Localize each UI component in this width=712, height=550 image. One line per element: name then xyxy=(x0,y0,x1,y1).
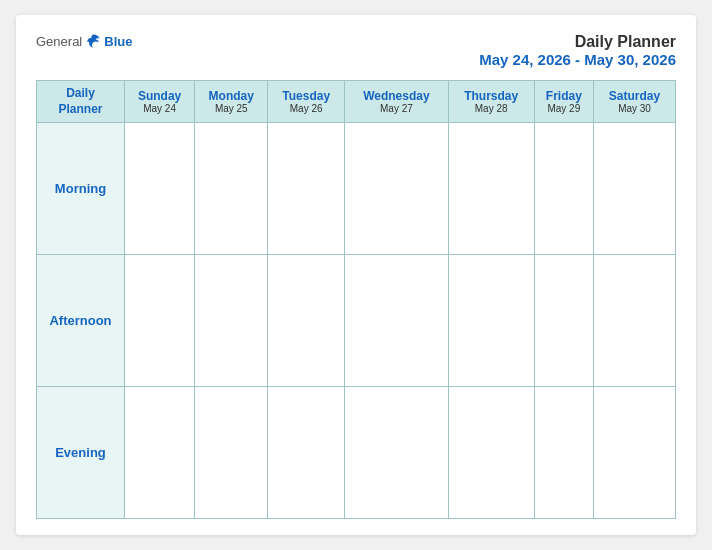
sunday-name: Sunday xyxy=(127,89,192,103)
header-thursday: Thursday May 28 xyxy=(448,81,534,123)
afternoon-monday[interactable] xyxy=(195,255,268,387)
header-sunday: Sunday May 24 xyxy=(125,81,195,123)
wednesday-date: May 27 xyxy=(347,103,446,114)
evening-thursday[interactable] xyxy=(448,387,534,519)
afternoon-tuesday[interactable] xyxy=(268,255,345,387)
morning-saturday[interactable] xyxy=(594,123,676,255)
evening-label: Evening xyxy=(37,387,125,519)
header-saturday: Saturday May 30 xyxy=(594,81,676,123)
logo-text: General Blue xyxy=(36,33,132,49)
friday-date: May 29 xyxy=(537,103,592,114)
top-bar: General Blue Daily Planner May 24, 2026 … xyxy=(36,33,676,68)
afternoon-wednesday[interactable] xyxy=(345,255,449,387)
planner-page: General Blue Daily Planner May 24, 2026 … xyxy=(16,15,696,535)
tuesday-date: May 26 xyxy=(270,103,342,114)
morning-label: Morning xyxy=(37,123,125,255)
monday-date: May 25 xyxy=(197,103,265,114)
evening-friday[interactable] xyxy=(534,387,594,519)
monday-name: Monday xyxy=(197,89,265,103)
logo-general: General xyxy=(36,34,82,49)
calendar-table: DailyPlanner Sunday May 24 Monday May 25… xyxy=(36,80,676,519)
friday-name: Friday xyxy=(537,89,592,103)
evening-wednesday[interactable] xyxy=(345,387,449,519)
evening-monday[interactable] xyxy=(195,387,268,519)
planner-title: Daily Planner xyxy=(479,33,676,51)
sunday-date: May 24 xyxy=(127,103,192,114)
header-friday: Friday May 29 xyxy=(534,81,594,123)
afternoon-sunday[interactable] xyxy=(125,255,195,387)
morning-wednesday[interactable] xyxy=(345,123,449,255)
afternoon-row: Afternoon xyxy=(37,255,676,387)
date-range: May 24, 2026 - May 30, 2026 xyxy=(479,51,676,68)
saturday-name: Saturday xyxy=(596,89,673,103)
morning-row: Morning xyxy=(37,123,676,255)
afternoon-label: Afternoon xyxy=(37,255,125,387)
logo-area: General Blue xyxy=(36,33,132,49)
afternoon-friday[interactable] xyxy=(534,255,594,387)
title-area: Daily Planner May 24, 2026 - May 30, 202… xyxy=(479,33,676,68)
afternoon-thursday[interactable] xyxy=(448,255,534,387)
evening-sunday[interactable] xyxy=(125,387,195,519)
wednesday-name: Wednesday xyxy=(347,89,446,103)
bird-icon xyxy=(86,33,102,49)
header-label-cell: DailyPlanner xyxy=(37,81,125,123)
morning-thursday[interactable] xyxy=(448,123,534,255)
saturday-date: May 30 xyxy=(596,103,673,114)
evening-tuesday[interactable] xyxy=(268,387,345,519)
morning-friday[interactable] xyxy=(534,123,594,255)
morning-sunday[interactable] xyxy=(125,123,195,255)
tuesday-name: Tuesday xyxy=(270,89,342,103)
evening-row: Evening xyxy=(37,387,676,519)
morning-tuesday[interactable] xyxy=(268,123,345,255)
header-wednesday: Wednesday May 27 xyxy=(345,81,449,123)
header-tuesday: Tuesday May 26 xyxy=(268,81,345,123)
header-monday: Monday May 25 xyxy=(195,81,268,123)
thursday-name: Thursday xyxy=(451,89,532,103)
afternoon-saturday[interactable] xyxy=(594,255,676,387)
evening-saturday[interactable] xyxy=(594,387,676,519)
thursday-date: May 28 xyxy=(451,103,532,114)
header-row: DailyPlanner Sunday May 24 Monday May 25… xyxy=(37,81,676,123)
morning-monday[interactable] xyxy=(195,123,268,255)
logo-blue: Blue xyxy=(104,34,132,49)
